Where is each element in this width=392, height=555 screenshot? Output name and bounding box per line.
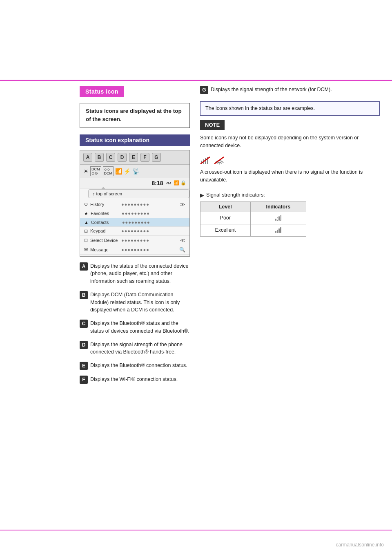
section-A-label: A [80,262,88,271]
section-G-block: G Displays the signal strength of the ne… [200,86,380,94]
triangle-icon: ▶ [200,192,204,198]
section-E-label: E [80,362,88,370]
message-label: Message [90,247,119,252]
watermark: carmanuaIsonline.info [336,542,384,548]
table-header-level: Level [200,201,251,212]
section-E-text: Displays the Bluetooth® connection statu… [90,362,187,369]
message-icon: ✉ [84,247,88,252]
table-cell-excellent-indicator [250,224,306,236]
indicators-table: Level Indicators Poor Excellent [200,201,306,237]
section-B-block: B Displays DCM (Data Communication Modul… [80,291,190,314]
note-box: Status icons are displayed at the top of… [80,103,190,128]
poor-signal-bars [275,214,281,221]
menu-item-select-device: ◻ Select Device ●●●●●●●●● ≪ [80,236,189,245]
table-cell-poor-level: Poor [200,212,251,224]
callout-note: The icons shown in the status bar are ex… [200,101,380,116]
message-search-icon: 🔍 [179,247,185,253]
table-cell-excellent-level: Excellent [200,224,251,236]
keypad-dots: ●●●●●●●●● [121,228,185,233]
explanation-header: Status icon explanation [80,134,190,146]
status-icon-header: Status icon [80,86,124,97]
select-device-label: Select Device [90,238,119,243]
phone-status-icons: 📶 🔒 [174,180,186,186]
note-body-text: Some icons may not be displayed dependin… [200,134,380,150]
contacts-dots: ●●●●●●●●● [122,220,185,225]
select-device-dots: ●●●●●●●●● [121,238,178,243]
menu-item-message: ✉ Message ●●●●●●●●● 🔍 [80,245,189,255]
section-B-label: B [80,291,88,299]
right-column: G Displays the signal strength of the ne… [200,86,380,237]
history-label: History [90,202,119,207]
section-F-text: Displays the Wi-Fi® connection status. [90,376,178,383]
contacts-icon: ▲ [84,220,89,225]
table-header-indicators: Indicators [250,201,306,212]
menu-item-favorites: ★ Favorites ●●●●●●●●● [80,209,189,218]
phone-icon-signal: 📶 [115,168,122,175]
no-signal-section: A crossed-out icon is displayed when the… [200,157,380,184]
favorites-label: Favorites [91,211,119,216]
phone-time-row: 8:18 PM 📶 🔒 [80,178,189,188]
section-E-block: E Displays the Bluetooth® connection sta… [80,362,190,370]
bar-3 [278,228,280,233]
badge-C: C [106,153,115,162]
keypad-icon: ⊞ [84,228,88,234]
section-C-block: C Displays the Bluetooth® status and the… [80,320,190,335]
menu-item-contacts: ▲ Contacts ●●●●●●●●● [80,218,189,227]
table-row-excellent: Excellent [200,224,306,236]
bar-4 [280,215,281,221]
section-F-block: F Displays the Wi-Fi® connection status. [80,376,190,384]
message-dots: ●●●●●●●●● [121,247,177,252]
phone-icon-sun: ☀ [83,168,89,175]
bar-1 [275,231,276,233]
callout-bubble: ↑ top of screen [88,189,189,198]
section-D-block: D Displays the signal strength of the ph… [80,341,190,356]
top-divider [0,80,392,81]
select-device-icon: ◻ [84,237,88,243]
phone-menu-list: ⊙ History ●●●●●●●●● ≫ ★ Favorites ●●●●●●… [80,198,189,256]
note-dark-label: NOTE [200,120,225,130]
table-row-poor: Poor [200,212,306,224]
phone-time-suffix: PM [165,181,171,185]
section-A-text: Displays the status of the connected dev… [90,262,190,285]
section-C-text: Displays the Bluetooth® status and the s… [90,320,190,335]
favorites-dots: ●●●●●●●●● [122,211,185,216]
history-icon: ⊙ [84,201,88,207]
favorites-icon: ★ [84,211,88,216]
phone-time: 8:18 [151,180,163,186]
menu-item-history: ⊙ History ●●●●●●●●● ≫ [80,200,189,209]
bar-4 [280,227,281,233]
history-badge: ≫ [180,201,185,207]
phone-icon-wifi: 📡 [132,168,139,175]
svg-line-6 [214,157,224,164]
svg-point-5 [218,163,220,165]
keypad-label: Keypad [90,228,119,233]
bottom-divider [0,530,392,530]
table-cell-poor-indicator [250,212,306,224]
phone-icons-row: ☀ DCM⊙⊙ ◇◇DCM 📶 ⚡ 📡 [80,165,189,178]
phone-icon-dcm2: ◇◇DCM [103,166,114,176]
phone-icon-dcm1: DCM⊙⊙ [90,166,101,176]
select-device-badge: ≪ [180,237,185,243]
section-D-label: D [80,341,88,349]
section-G-label: G [200,86,208,94]
badge-E: E [129,153,138,162]
bar-1 [275,219,276,221]
badge-F: F [140,153,149,162]
bar-2 [277,230,278,233]
excellent-signal-bars [275,226,281,233]
contacts-label: Contacts [91,220,120,225]
bar-3 [278,216,280,221]
section-G-text: Displays the signal strength of the netw… [211,86,332,94]
slash-icons-description: A crossed-out icon is displayed when the… [200,168,380,184]
section-B-text: Displays DCM (Data Communication Module)… [90,291,190,314]
signal-strength-label: Signal strength indicators: [206,191,265,199]
section-D-text: Displays the signal strength of the phon… [90,341,190,356]
no-signal-icon-1 [200,157,211,165]
badge-G: G [152,153,161,162]
badge-D: D [118,153,127,162]
section-C-label: C [80,320,88,328]
section-F-label: F [80,376,88,384]
phone-icon-bluetooth: ⚡ [124,168,131,175]
left-column: Status icon Status icons are displayed a… [80,86,190,389]
menu-item-keypad: ⊞ Keypad ●●●●●●●●● [80,227,189,236]
